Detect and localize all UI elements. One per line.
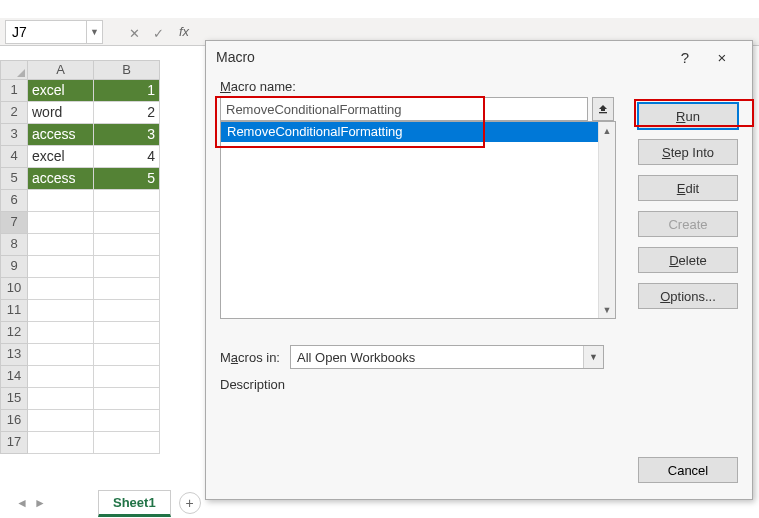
cell[interactable]	[28, 256, 94, 278]
cell[interactable]: 5	[94, 168, 160, 190]
cell[interactable]	[28, 278, 94, 300]
row-header[interactable]: 15	[0, 388, 28, 410]
macro-list[interactable]: RemoveConditionalFormatting ▲ ▼	[220, 121, 616, 319]
cell[interactable]: excel	[28, 80, 94, 102]
close-icon[interactable]: ×	[702, 49, 742, 66]
cell[interactable]	[94, 322, 160, 344]
cell[interactable]	[28, 344, 94, 366]
cancel-button[interactable]: Cancel	[638, 457, 738, 483]
row-header[interactable]: 16	[0, 410, 28, 432]
name-box-dropdown[interactable]: ▼	[87, 20, 103, 44]
options-button[interactable]: Options...	[638, 283, 738, 309]
name-box[interactable]	[5, 20, 87, 44]
run-button[interactable]: Run	[638, 103, 738, 129]
chevron-down-icon[interactable]: ▼	[583, 346, 603, 368]
table-row: 12	[0, 322, 160, 344]
enter-icon[interactable]: ✓	[153, 26, 165, 38]
table-row: 7	[0, 212, 160, 234]
cell[interactable]: 2	[94, 102, 160, 124]
table-row: 13	[0, 344, 160, 366]
row-header[interactable]: 17	[0, 432, 28, 454]
formula-bar-buttons: ✕ ✓	[103, 26, 171, 38]
delete-button[interactable]: Delete	[638, 247, 738, 273]
table-row: 8	[0, 234, 160, 256]
table-row: 14	[0, 366, 160, 388]
cell[interactable]	[28, 300, 94, 322]
select-all-triangle[interactable]	[0, 60, 28, 80]
cell[interactable]: 3	[94, 124, 160, 146]
table-row: 9	[0, 256, 160, 278]
cell[interactable]	[28, 190, 94, 212]
cell[interactable]	[94, 190, 160, 212]
cell[interactable]	[94, 212, 160, 234]
macros-in-label: Macros in:	[220, 350, 280, 365]
description-label: Description	[220, 377, 738, 392]
macros-in-combo[interactable]: All Open Workbooks ▼	[290, 345, 604, 369]
scroll-up-icon[interactable]: ▲	[599, 122, 615, 139]
cell[interactable]: access	[28, 124, 94, 146]
cell[interactable]	[94, 432, 160, 454]
cell[interactable]	[28, 212, 94, 234]
cell[interactable]	[94, 278, 160, 300]
row-header[interactable]: 5	[0, 168, 28, 190]
cell[interactable]	[28, 410, 94, 432]
table-row: 1excel1	[0, 80, 160, 102]
sheet-tab-active[interactable]: Sheet1	[98, 490, 171, 517]
row-header[interactable]: 12	[0, 322, 28, 344]
edit-button[interactable]: Edit	[638, 175, 738, 201]
cell[interactable]	[94, 256, 160, 278]
cell[interactable]	[28, 234, 94, 256]
tab-nav[interactable]: ◄ ►	[16, 496, 96, 510]
cell[interactable]	[94, 344, 160, 366]
row-header[interactable]: 2	[0, 102, 28, 124]
cell[interactable]: excel	[28, 146, 94, 168]
row-header[interactable]: 13	[0, 344, 28, 366]
cell[interactable]: access	[28, 168, 94, 190]
row-header[interactable]: 14	[0, 366, 28, 388]
goto-macro-button[interactable]	[592, 97, 614, 121]
chevron-right-icon[interactable]: ►	[34, 496, 46, 510]
step-into-button[interactable]: Step Into	[638, 139, 738, 165]
cancel-icon[interactable]: ✕	[129, 26, 141, 38]
row-header[interactable]: 1	[0, 80, 28, 102]
table-row: 5access5	[0, 168, 160, 190]
cell[interactable]: 4	[94, 146, 160, 168]
macro-name-input[interactable]	[220, 97, 588, 121]
cell[interactable]	[94, 410, 160, 432]
row-header[interactable]: 7	[0, 212, 28, 234]
column-header[interactable]: B	[94, 60, 160, 80]
row-header[interactable]: 6	[0, 190, 28, 212]
list-item[interactable]: RemoveConditionalFormatting	[221, 122, 615, 142]
table-row: 6	[0, 190, 160, 212]
cell[interactable]	[28, 388, 94, 410]
row-header[interactable]: 10	[0, 278, 28, 300]
dialog-body: Macro name: RemoveConditionalFormatting …	[206, 73, 752, 499]
table-row: 11	[0, 300, 160, 322]
scroll-down-icon[interactable]: ▼	[599, 301, 615, 318]
combo-value: All Open Workbooks	[297, 350, 415, 365]
cell[interactable]	[94, 366, 160, 388]
cell[interactable]	[28, 366, 94, 388]
column-header[interactable]: A	[28, 60, 94, 80]
chevron-left-icon[interactable]: ◄	[16, 496, 28, 510]
row-header[interactable]: 9	[0, 256, 28, 278]
cell[interactable]	[94, 300, 160, 322]
row-header[interactable]: 4	[0, 146, 28, 168]
cell[interactable]	[28, 432, 94, 454]
cell[interactable]: word	[28, 102, 94, 124]
table-row: 4excel4	[0, 146, 160, 168]
cell[interactable]	[94, 234, 160, 256]
table-row: 17	[0, 432, 160, 454]
row-header[interactable]: 8	[0, 234, 28, 256]
help-button[interactable]: ?	[668, 49, 702, 66]
table-row: 3access3	[0, 124, 160, 146]
cell[interactable]: 1	[94, 80, 160, 102]
scrollbar[interactable]: ▲ ▼	[598, 122, 615, 318]
row-header[interactable]: 3	[0, 124, 28, 146]
cell[interactable]	[94, 388, 160, 410]
dialog-titlebar: Macro ? ×	[206, 41, 752, 73]
cell[interactable]	[28, 322, 94, 344]
fx-label[interactable]: fx	[179, 24, 189, 39]
row-header[interactable]: 11	[0, 300, 28, 322]
add-sheet-button[interactable]: +	[179, 492, 201, 514]
